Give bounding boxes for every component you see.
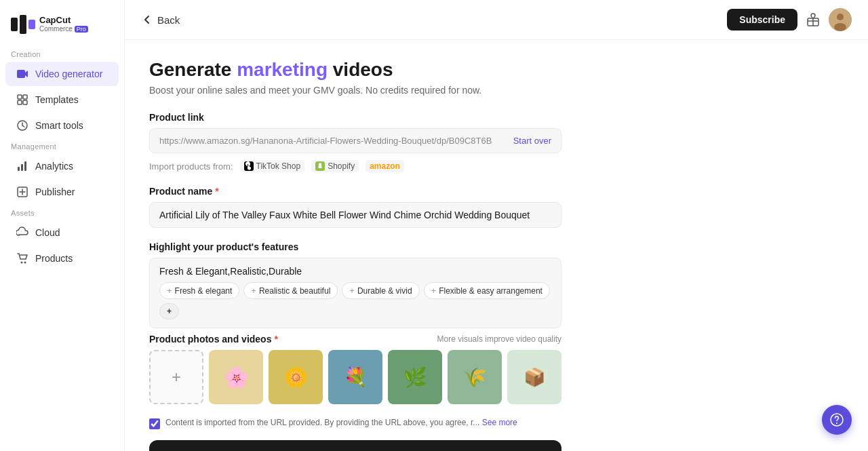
publisher-icon: [16, 186, 28, 198]
photo-item[interactable]: 🌼: [269, 350, 323, 404]
heading-accent: marketing: [237, 59, 328, 80]
photo-item[interactable]: 🌾: [448, 350, 502, 404]
page-heading: Generate marketing videos: [149, 59, 561, 81]
start-over-link[interactable]: Start over: [513, 136, 551, 146]
svg-point-13: [21, 262, 23, 264]
features-label: Highlight your product's features: [149, 241, 561, 252]
amazon-badge[interactable]: amazon: [366, 160, 404, 172]
help-icon: [830, 413, 844, 427]
back-button[interactable]: Back: [141, 14, 180, 26]
required-indicator: *: [274, 334, 277, 345]
import-row: Import products from: TikTok Shop Shopif…: [149, 160, 561, 172]
sidebar-item-label: Cloud: [35, 227, 60, 238]
sidebar-item-label: Templates: [35, 94, 79, 105]
svg-rect-7: [23, 100, 27, 104]
page-content: Generate marketing videos Boost your onl…: [125, 40, 586, 451]
photo-item[interactable]: 🌿: [388, 350, 442, 404]
product-name-input[interactable]: [149, 202, 561, 228]
photo-item[interactable]: 💐: [328, 350, 382, 404]
feature-tag-realistic[interactable]: + Realistic & beautiful: [243, 282, 338, 299]
svg-point-14: [24, 262, 26, 264]
svg-rect-5: [23, 95, 27, 99]
cloud-icon: [16, 227, 28, 239]
sidebar-item-cloud[interactable]: Cloud: [5, 220, 119, 245]
heading-prefix: Generate: [149, 59, 237, 80]
consent-row: Content is imported from the URL provide…: [149, 418, 561, 429]
sidebar-item-smart-tools[interactable]: Smart tools: [5, 113, 119, 138]
sidebar-item-label: Analytics: [35, 161, 73, 172]
product-link-label: Product link: [149, 112, 561, 123]
see-more-link[interactable]: See more: [482, 418, 517, 427]
sidebar-item-publisher[interactable]: Publisher: [5, 180, 119, 204]
assets-section-label: Assets: [0, 205, 124, 220]
analytics-icon: [16, 160, 28, 172]
svg-rect-0: [11, 18, 18, 31]
feature-tags: + Fresh & elegant + Realistic & beautifu…: [159, 282, 551, 323]
import-label: Import products from:: [149, 161, 233, 172]
templates-icon: [16, 94, 28, 106]
sidebar-item-label: Publisher: [35, 187, 75, 197]
logo-name: CapCut: [39, 16, 88, 25]
photos-grid: + 🌸 🌼 💐 🌿 🌾 📦: [149, 350, 561, 407]
photo-item[interactable]: 📦: [507, 350, 561, 404]
page-subtitle: Boost your online sales and meet your GM…: [149, 85, 561, 96]
sidebar-item-label: Video generator: [35, 68, 102, 79]
feature-tag-more[interactable]: +: [159, 303, 179, 319]
required-indicator: *: [215, 186, 218, 197]
main-content: Back Subscribe Ge: [125, 0, 868, 451]
avatar[interactable]: [829, 8, 852, 31]
sidebar-item-label: Smart tools: [35, 120, 83, 131]
feature-tag-flexible[interactable]: + Flexible & easy arrangement: [424, 282, 550, 299]
tiktok-shop-badge[interactable]: TikTok Shop: [240, 160, 305, 172]
svg-rect-10: [21, 164, 23, 171]
logo-icon: [11, 15, 35, 34]
product-name-label: Product name *: [149, 186, 561, 197]
heading-suffix: videos: [328, 59, 393, 80]
sidebar-item-analytics[interactable]: Analytics: [5, 154, 119, 178]
svg-rect-4: [18, 95, 22, 99]
logo: CapCut Commerce Pro: [0, 8, 124, 46]
svg-rect-11: [24, 161, 26, 171]
feature-tag-fresh[interactable]: + Fresh & elegant: [159, 282, 239, 299]
back-label: Back: [157, 14, 180, 26]
creation-section-label: Creation: [0, 46, 124, 61]
sidebar-item-templates[interactable]: Templates: [5, 87, 119, 112]
svg-rect-9: [18, 167, 20, 171]
subscribe-button[interactable]: Subscribe: [727, 9, 797, 31]
gift-icon: [806, 12, 821, 27]
svg-point-17: [837, 14, 844, 20]
logo-sub: Commerce Pro: [39, 25, 88, 33]
sidebar-item-products[interactable]: Products: [5, 246, 119, 271]
svg-rect-3: [17, 70, 25, 78]
generate-button[interactable]: Generate: [149, 440, 561, 451]
management-section-label: Management: [0, 138, 124, 153]
photos-label: Product photos and videos *: [149, 334, 278, 345]
svg-rect-6: [18, 100, 22, 104]
shopify-icon: [315, 161, 325, 171]
add-photo-button[interactable]: +: [149, 350, 203, 404]
svg-point-22: [836, 423, 837, 424]
tiktok-icon: [244, 161, 254, 171]
photos-hint: More visuals improve video quality: [437, 334, 561, 344]
product-url-text: https://www.amazon.sg/Hananona-Artificia…: [159, 136, 508, 146]
features-input[interactable]: [159, 266, 551, 277]
sidebar-item-video-generator[interactable]: Video generator: [5, 62, 119, 86]
products-icon: [16, 252, 28, 264]
product-link-field: https://www.amazon.sg/Hananona-Artificia…: [149, 128, 561, 153]
video-generator-icon: [16, 68, 28, 80]
photo-item[interactable]: 🌸: [209, 350, 263, 404]
topbar-right: Subscribe: [727, 8, 852, 31]
back-icon: [141, 14, 153, 26]
smart-tools-icon: [16, 119, 28, 132]
sidebar-item-label: Products: [35, 253, 73, 264]
gift-button[interactable]: [806, 12, 821, 27]
svg-rect-2: [28, 20, 35, 29]
shopify-badge[interactable]: Shopify: [311, 160, 359, 172]
help-fab[interactable]: [822, 405, 852, 435]
features-wrapper: + Fresh & elegant + Realistic & beautifu…: [149, 258, 561, 328]
avatar-image: [829, 8, 852, 31]
feature-tag-durable[interactable]: + Durable & vivid: [342, 282, 419, 299]
topbar: Back Subscribe: [125, 0, 868, 40]
consent-checkbox[interactable]: [149, 418, 160, 429]
svg-rect-1: [20, 15, 26, 34]
